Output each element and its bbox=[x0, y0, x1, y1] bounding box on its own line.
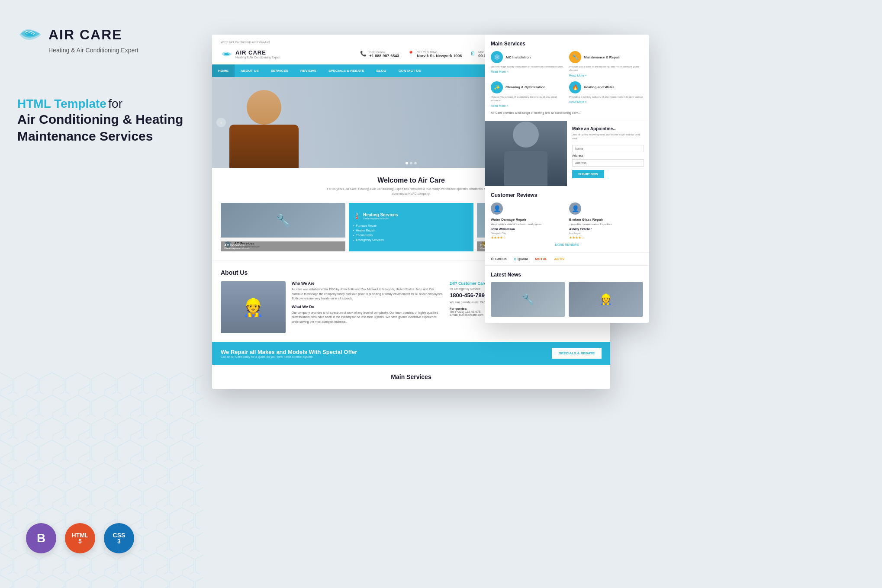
service-item-heating: 🔥 Heating and Water Providing a turnkey … bbox=[569, 81, 643, 107]
apt-desc: Just fill up the following form, our exp… bbox=[572, 133, 644, 140]
news-title: Latest News bbox=[491, 272, 643, 278]
review-title-2: Broken Glass Repair bbox=[569, 218, 643, 222]
service-card-heating: 🌡️ Heating Services Great explorer of tr… bbox=[349, 203, 473, 251]
cleaning-title: Cleaning & Optimization bbox=[505, 85, 545, 89]
promo-highlight: HTML Template bbox=[17, 97, 106, 110]
maintenance-title: Maintenance & Repair bbox=[584, 55, 620, 59]
ac-install-link[interactable]: Read More » bbox=[491, 70, 565, 73]
apt-name-field[interactable] bbox=[572, 145, 644, 152]
nav-reviews[interactable]: REVIEWS bbox=[294, 64, 322, 77]
review-desc-1: We provide a state of the form... really… bbox=[491, 223, 565, 226]
heating-service-icon: 🔥 bbox=[569, 81, 581, 93]
badge-html5: HTML5 bbox=[65, 523, 95, 553]
submit-button[interactable]: SUBMIT NOW bbox=[572, 170, 604, 178]
review-title-1: Water Damage Repair bbox=[491, 218, 565, 222]
site-logo-sub: Heating & Air Conditioning Expert bbox=[235, 56, 280, 59]
site-logo: AIR CARE Heating & Air Conditioning Expe… bbox=[221, 49, 280, 59]
address-label: 321 Park Drive bbox=[417, 51, 462, 54]
promo-text: HTML Template for Air Conditioning & Hea… bbox=[17, 97, 186, 145]
service-item-cleaning: ✨ Cleaning & Optimization Provide you a … bbox=[491, 81, 565, 107]
list-item: Emergency Services bbox=[353, 238, 469, 242]
latest-news: Latest News 🔧 👷 bbox=[485, 266, 649, 323]
review-stars-2: ★★★★☆ bbox=[569, 236, 643, 240]
cta-button[interactable]: SPECIALS & REBATE bbox=[552, 348, 602, 359]
badge-css3: CSS3 bbox=[104, 523, 134, 553]
maintenance-desc: Provide you a state of the following: an… bbox=[569, 65, 643, 72]
top-tagline: We're Not Comfortable until You Are! bbox=[221, 41, 270, 44]
what-text: Our company provides a full spectrum of … bbox=[292, 311, 444, 325]
list-item: Heater Repair bbox=[353, 228, 469, 233]
reviewer-avatar-1: 👤 bbox=[491, 202, 503, 215]
ac-install-title: A/C Installation bbox=[505, 55, 531, 59]
service-card-ac: 🔧 AC Services Great explorer of truth ⚙️… bbox=[221, 203, 345, 251]
phone-icon: 📞 bbox=[360, 51, 367, 57]
hero-prev-arrow[interactable]: ‹ bbox=[216, 118, 226, 127]
welcome-subtitle: For 25 years, Air Care, Heating & Air Co… bbox=[325, 187, 498, 196]
cta-title: We Repair all Makes and Models With Spec… bbox=[221, 349, 357, 355]
reviewer-location-2: Los Angel bbox=[569, 232, 643, 235]
nav-home[interactable]: HOME bbox=[212, 64, 235, 77]
ac-service-img: 🔧 bbox=[221, 203, 345, 238]
heating-icon: 🌡️ bbox=[353, 212, 361, 219]
maintenance-icon: 🔧 bbox=[569, 51, 581, 63]
cleaning-icon: ✨ bbox=[491, 81, 503, 93]
reviews-title: Customer Reviews bbox=[491, 192, 643, 198]
heating-service-title: Heating and Water bbox=[584, 85, 614, 89]
who-we-are: Who We Are Air care was established in 1… bbox=[292, 281, 444, 301]
logo-icon bbox=[17, 26, 43, 43]
cleaning-link[interactable]: Read More » bbox=[491, 104, 565, 107]
service-item-header-heat: 🔥 Heating and Water bbox=[569, 81, 643, 93]
apt-title: Make an Appointme... bbox=[572, 126, 644, 131]
heating-service-link[interactable]: Read More » bbox=[569, 100, 643, 103]
about-text: Who We Are Air care was established in 1… bbox=[292, 281, 444, 333]
promo-line3: Air Conditioning & Heating bbox=[17, 111, 186, 128]
nav-contact[interactable]: CONTACT US bbox=[393, 64, 427, 77]
svg-point-4 bbox=[224, 53, 230, 55]
reviewer-location-1: Newyork City bbox=[491, 232, 565, 235]
badge-bootstrap: B bbox=[26, 523, 56, 553]
list-item: Thermostats bbox=[353, 233, 469, 238]
brand-qualia: ◇ Qualia bbox=[514, 257, 528, 261]
nav-blog[interactable]: BLOG bbox=[370, 64, 393, 77]
review-stars-1: ★★★★☆ bbox=[491, 236, 565, 240]
reviews-section: Customer Reviews 👤 Water Damage Repair W… bbox=[485, 186, 649, 253]
review-item-2: 👤 Broken Glass Repair ...possible commun… bbox=[569, 202, 643, 240]
ac-service-label: AC Services Great explorer of truth bbox=[221, 241, 345, 251]
apt-address-field[interactable] bbox=[572, 159, 644, 167]
logo-subtitle: Heating & Air Conditioning Expert bbox=[48, 47, 186, 54]
maintenance-link[interactable]: Read More » bbox=[569, 74, 643, 77]
hero-dot-1[interactable] bbox=[406, 162, 408, 164]
cta-subtitle: Call an Air Care today for a quote on yo… bbox=[221, 355, 357, 358]
svg-rect-3 bbox=[0, 372, 203, 588]
tech-badges: B HTML5 CSS3 bbox=[26, 523, 134, 553]
rp-main-services: Main Services ❄️ A/C Installation We off… bbox=[485, 35, 649, 121]
nav-specials[interactable]: SPECIALS & REBATE bbox=[322, 64, 370, 77]
apt-address-label: Address bbox=[572, 154, 644, 157]
service-item-header: ❄️ A/C Installation bbox=[491, 51, 565, 63]
brand-github: ⊙ GitHub bbox=[491, 257, 507, 261]
list-item: Furnace Repair bbox=[353, 223, 469, 228]
hero-dot-3[interactable] bbox=[414, 162, 417, 164]
left-promo-panel: AIR CARE Heating & Air Conditioning Expe… bbox=[0, 0, 203, 588]
hero-person bbox=[225, 81, 303, 168]
ac-install-desc: We offer high quality installation of re… bbox=[491, 65, 565, 68]
about-image: 👷 bbox=[221, 281, 286, 333]
more-reviews-link[interactable]: MORE REVIEWS bbox=[491, 243, 643, 246]
hero-dot-2[interactable] bbox=[410, 162, 412, 164]
nav-services[interactable]: SERVICES bbox=[265, 64, 294, 77]
address-value: Narvik St. Newyork 1006 bbox=[417, 54, 462, 58]
rp-services-list: ❄️ A/C Installation We offer high qualit… bbox=[491, 51, 643, 107]
nav-about[interactable]: ABOUT US bbox=[235, 64, 265, 77]
news-grid: 🔧 👷 bbox=[491, 282, 643, 317]
site-logo-text: AIR CARE bbox=[235, 49, 280, 56]
heating-title: 🌡️ Heating Services Great explorer of tr… bbox=[353, 212, 469, 220]
cleaning-desc: Provide you a state of to carefully the … bbox=[491, 95, 565, 103]
reviewer-avatar-2: 👤 bbox=[569, 202, 581, 215]
service-item-header-maint: 🔧 Maintenance & Repair bbox=[569, 51, 643, 63]
hex-pattern bbox=[0, 372, 203, 588]
news-item-1: 🔧 bbox=[491, 282, 565, 317]
reviews-grid: 👤 Water Damage Repair We provide a state… bbox=[491, 202, 643, 240]
logo-title: AIR CARE bbox=[48, 27, 122, 43]
cta-text: We Repair all Makes and Models With Spec… bbox=[221, 349, 357, 358]
rp-services-title: Main Services bbox=[491, 41, 643, 47]
